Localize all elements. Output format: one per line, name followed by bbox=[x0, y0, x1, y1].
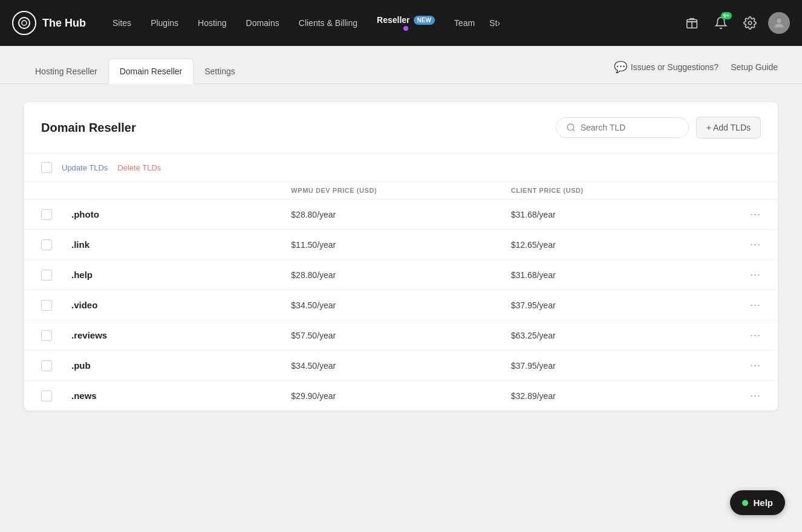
tld-wpmu-price: $28.80/year bbox=[291, 210, 510, 219]
nav-item-clients-billing[interactable]: Clients & Billing bbox=[290, 13, 366, 33]
app-title: The Hub bbox=[42, 17, 86, 30]
tld-client-price: $31.68/year bbox=[511, 210, 731, 219]
main-content: Domain Reseller + Add TLDs Update TLDs D… bbox=[0, 84, 802, 429]
table-controls: Update TLDs Delete TLDs bbox=[24, 154, 778, 182]
tld-checkbox[interactable] bbox=[41, 300, 52, 311]
table-row: .news $29.90/year $32.89/year ··· bbox=[24, 381, 778, 410]
gear-icon bbox=[743, 16, 757, 30]
gift-icon bbox=[685, 16, 699, 30]
tld-wpmu-price: $57.50/year bbox=[291, 331, 510, 340]
tld-name: .pub bbox=[71, 360, 291, 371]
table-row: .help $28.80/year $31.68/year ··· bbox=[24, 260, 778, 290]
col-header-client: CLIENT PRICE (USD) bbox=[511, 187, 731, 194]
tld-name: .reviews bbox=[71, 330, 291, 340]
svg-point-1 bbox=[22, 21, 27, 25]
table-row: .video $34.50/year $37.95/year ··· bbox=[24, 290, 778, 320]
tld-name: .help bbox=[71, 270, 291, 280]
issues-suggestions-button[interactable]: 💬 Issues or Suggestions? bbox=[614, 60, 719, 74]
tab-domain-reseller[interactable]: Domain Reseller bbox=[108, 59, 194, 84]
select-all-checkbox[interactable] bbox=[41, 162, 52, 173]
tab-hosting-reseller[interactable]: Hosting Reseller bbox=[24, 59, 108, 83]
card-title: Domain Reseller bbox=[41, 121, 136, 135]
tld-checkbox[interactable] bbox=[41, 391, 52, 401]
nav-item-reseller[interactable]: Reseller NEW bbox=[368, 10, 443, 36]
tld-client-price: $12.65/year bbox=[511, 240, 731, 250]
sub-tab-actions: 💬 Issues or Suggestions? Setup Guide bbox=[614, 60, 778, 81]
tld-checkbox[interactable] bbox=[41, 209, 52, 220]
tld-more-button[interactable]: ··· bbox=[731, 268, 761, 281]
user-avatar[interactable] bbox=[768, 12, 790, 34]
search-input[interactable] bbox=[581, 123, 679, 132]
card-header: Domain Reseller + Add TLDs bbox=[24, 102, 778, 154]
tld-client-price: $37.95/year bbox=[511, 300, 731, 310]
svg-point-3 bbox=[748, 21, 752, 25]
notification-count: 9+ bbox=[721, 12, 732, 19]
bell-button[interactable]: 9+ bbox=[710, 12, 732, 34]
search-icon bbox=[566, 123, 576, 132]
col-header-tld bbox=[71, 187, 291, 194]
tld-more-button[interactable]: ··· bbox=[731, 208, 761, 221]
reseller-badge: NEW bbox=[414, 16, 435, 25]
add-tlds-label: + Add TLDs bbox=[706, 123, 751, 132]
nav-items: Sites Plugins Hosting Domains Clients & … bbox=[104, 10, 681, 36]
table-row: .pub $34.50/year $37.95/year ··· bbox=[24, 351, 778, 381]
search-box[interactable] bbox=[556, 117, 689, 138]
tld-wpmu-price: $34.50/year bbox=[291, 361, 510, 371]
tld-name: .link bbox=[71, 239, 291, 250]
nav-item-team[interactable]: Team bbox=[446, 13, 483, 33]
svg-point-5 bbox=[567, 124, 574, 131]
tld-client-price: $31.68/year bbox=[511, 270, 731, 280]
tld-client-price: $32.89/year bbox=[511, 391, 731, 401]
sub-tabs: Hosting Reseller Domain Reseller Setting… bbox=[0, 46, 802, 84]
nav-item-hosting[interactable]: Hosting bbox=[189, 13, 235, 33]
nav-more[interactable]: St› bbox=[486, 13, 504, 33]
card-header-actions: + Add TLDs bbox=[556, 117, 761, 138]
nav-item-sites[interactable]: Sites bbox=[104, 13, 140, 33]
tld-more-button[interactable]: ··· bbox=[731, 359, 761, 372]
tld-wpmu-price: $29.90/year bbox=[291, 391, 510, 401]
tld-name: .news bbox=[71, 391, 291, 401]
tld-checkbox[interactable] bbox=[41, 360, 52, 371]
tld-checkbox[interactable] bbox=[41, 239, 52, 250]
avatar-icon bbox=[772, 16, 786, 30]
update-tlds-button[interactable]: Update TLDs bbox=[62, 163, 108, 172]
tld-wpmu-price: $34.50/year bbox=[291, 300, 510, 310]
col-header-wpmu: WPMU DEV PRICE (USD) bbox=[291, 187, 510, 194]
svg-point-0 bbox=[19, 18, 30, 28]
tld-more-button[interactable]: ··· bbox=[731, 389, 761, 402]
tld-name: .video bbox=[71, 300, 291, 310]
table-row: .photo $28.80/year $31.68/year ··· bbox=[24, 199, 778, 230]
domain-reseller-card: Domain Reseller + Add TLDs Update TLDs D… bbox=[24, 102, 778, 410]
nav-item-plugins[interactable]: Plugins bbox=[142, 13, 187, 33]
delete-tlds-button[interactable]: Delete TLDs bbox=[117, 163, 161, 172]
reseller-dot bbox=[403, 26, 408, 31]
add-tlds-button[interactable]: + Add TLDs bbox=[696, 117, 761, 138]
tld-wpmu-price: $11.50/year bbox=[291, 240, 510, 250]
gear-button[interactable] bbox=[739, 12, 761, 34]
tld-checkbox[interactable] bbox=[41, 270, 52, 281]
nav-item-domains[interactable]: Domains bbox=[238, 13, 288, 33]
gift-button[interactable] bbox=[681, 12, 703, 34]
setup-guide-button[interactable]: Setup Guide bbox=[731, 62, 778, 72]
topnav: The Hub Sites Plugins Hosting Domains Cl… bbox=[0, 0, 802, 46]
svg-line-6 bbox=[573, 129, 575, 131]
megaphone-icon: 💬 bbox=[614, 60, 627, 74]
table-row: .reviews $57.50/year $63.25/year ··· bbox=[24, 320, 778, 351]
tld-more-button[interactable]: ··· bbox=[731, 299, 761, 311]
tld-more-button[interactable]: ··· bbox=[731, 238, 761, 251]
svg-point-4 bbox=[777, 19, 781, 23]
nav-logo[interactable]: The Hub bbox=[12, 11, 86, 35]
tld-client-price: $37.95/year bbox=[511, 361, 731, 371]
tld-list: .photo $28.80/year $31.68/year ··· .link… bbox=[24, 199, 778, 410]
tld-client-price: $63.25/year bbox=[511, 331, 731, 340]
table-row: .link $11.50/year $12.65/year ··· bbox=[24, 230, 778, 260]
tld-checkbox[interactable] bbox=[41, 330, 52, 341]
tld-name: .photo bbox=[71, 209, 291, 219]
nav-right: 9+ bbox=[681, 12, 790, 34]
tld-wpmu-price: $28.80/year bbox=[291, 270, 510, 280]
tld-more-button[interactable]: ··· bbox=[731, 329, 761, 342]
logo-icon bbox=[12, 11, 36, 35]
column-headers: WPMU DEV PRICE (USD) CLIENT PRICE (USD) bbox=[24, 182, 778, 199]
tab-settings[interactable]: Settings bbox=[194, 59, 246, 83]
